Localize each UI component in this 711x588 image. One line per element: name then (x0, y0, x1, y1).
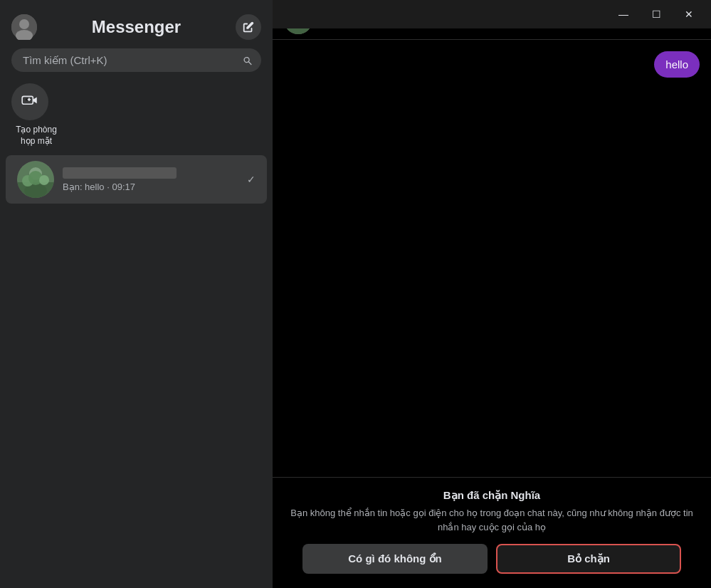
conversation-item[interactable]: Bạn: hello · 09:17 ✓ (6, 155, 267, 204)
compose-button[interactable] (236, 14, 261, 40)
sidebar-title: Messenger (92, 17, 181, 37)
app-container: Messenger (0, 0, 711, 588)
svg-point-13 (39, 175, 49, 185)
sidebar-header: Messenger (0, 6, 273, 46)
search-icon (243, 56, 253, 68)
conversation-name (63, 167, 177, 179)
something-wrong-button[interactable]: Có gì đó không ổn (302, 544, 488, 574)
conversation-avatar (17, 161, 54, 198)
maximize-button[interactable]: ☐ (640, 3, 673, 26)
unblock-button[interactable]: Bỏ chặn (496, 544, 681, 574)
create-room-section: Tạo phòng họp mặt (0, 78, 273, 155)
search-container (0, 46, 273, 78)
search-input[interactable] (11, 48, 261, 72)
sidebar: Messenger (0, 0, 273, 588)
create-room-label: Tạo phòng họp mặt (11, 125, 61, 147)
title-bar: — ☐ ✕ (273, 0, 711, 28)
blocked-description: Bạn không thể nhắn tin hoặc gọi điện cho… (290, 506, 694, 534)
conversation-info: Bạn: hello · 09:17 (63, 167, 238, 192)
message-check-icon: ✓ (247, 174, 256, 185)
conversation-preview: Bạn: hello · 09:17 (63, 182, 238, 192)
svg-point-1 (19, 19, 29, 29)
conversation-time: ✓ (247, 174, 256, 185)
minimize-button[interactable]: — (607, 3, 640, 26)
blocked-title: Bạn đã chặn Nghĩa (290, 489, 694, 502)
conversation-list: Bạn: hello · 09:17 ✓ (0, 155, 273, 588)
create-room-button[interactable] (11, 83, 48, 120)
close-button[interactable]: ✕ (673, 3, 705, 26)
blocked-actions: Có gì đó không ổn Bỏ chặn (290, 544, 694, 574)
user-avatar[interactable] (11, 14, 37, 40)
chat-area: — ☐ ✕ (273, 0, 711, 588)
message-bubble: hello (654, 51, 700, 78)
messages-area: hello (273, 40, 711, 477)
message-wrapper: hello (284, 51, 700, 78)
blocked-footer: Bạn đã chặn Nghĩa Bạn không thể nhắn tin… (273, 477, 711, 588)
